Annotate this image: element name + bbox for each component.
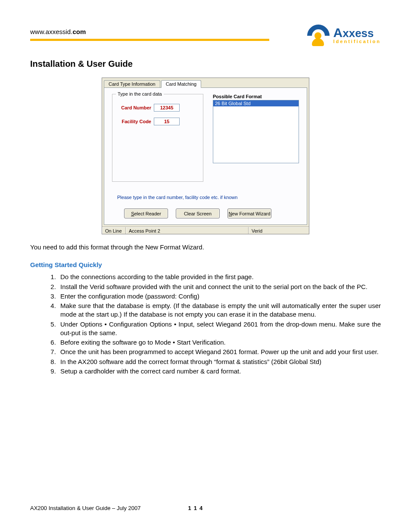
list-item: Under Options • Configuration Options • … (58, 320, 381, 338)
logo-tagline: Identification (333, 39, 381, 44)
list-item: Install the Verid software provided with… (58, 283, 381, 291)
section-heading: Getting Started Quickly (30, 261, 381, 268)
hint-text: Please type in the card number, facility… (117, 195, 299, 200)
possible-format-listbox[interactable]: 26 Bit Global Std (213, 100, 299, 163)
page-number: 114 (188, 505, 206, 511)
steps-list: Do the connections according to the tabl… (58, 273, 381, 376)
list-item: Make sure that the database is empty. (I… (58, 302, 381, 319)
facility-code-label: Facility Code (117, 119, 151, 124)
tab-card-matching[interactable]: Card Matching (161, 80, 202, 88)
card-format-dialog: Card Type Information Card Matching Type… (102, 78, 309, 234)
list-item: Do the connections according to the tabl… (58, 273, 381, 281)
list-item: In the AX200 software add the correct fo… (58, 358, 381, 366)
intro-paragraph: You need to add this format through the … (30, 243, 381, 252)
status-online: On Line (102, 227, 126, 234)
card-number-input[interactable] (154, 104, 180, 112)
status-access-point: Access Point 2 (126, 227, 249, 234)
list-item: Before exiting the software go to Mode •… (58, 338, 381, 347)
list-item: Enter the configuration mode (password: … (58, 292, 381, 301)
select-reader-button[interactable]: Select Reader (124, 208, 168, 218)
logo-icon (306, 24, 331, 46)
list-item: Once the unit has been programmed to acc… (58, 348, 381, 356)
status-verid: Verid (249, 227, 309, 234)
facility-code-input[interactable] (154, 118, 180, 125)
status-bar: On Line Access Point 2 Verid (102, 227, 309, 234)
brand-logo: Axxess Identification (306, 24, 381, 46)
new-format-wizard-button[interactable]: New Format Wizard (227, 208, 271, 218)
clear-screen-button[interactable]: Clear Screen (176, 208, 220, 218)
possible-format-label: Possible Card Format (213, 94, 262, 99)
tab-card-type-information[interactable]: Card Type Information (104, 80, 160, 88)
list-item: Setup a cardholder with the correct card… (58, 367, 381, 376)
fieldset-legend: Type in the card data (116, 91, 164, 96)
list-item[interactable]: 26 Bit Global Std (213, 100, 299, 106)
card-data-fieldset: Type in the card data Card Number Facili… (112, 94, 203, 182)
card-number-label: Card Number (117, 105, 151, 110)
footer-text: AX200 Installation & User Guide – July 2… (30, 505, 141, 511)
site-url: www.axxessid.com (30, 24, 269, 35)
page-title: Installation & User Guide (30, 59, 381, 69)
header-rule (30, 39, 269, 41)
logo-wordmark: Axxess (333, 26, 381, 39)
